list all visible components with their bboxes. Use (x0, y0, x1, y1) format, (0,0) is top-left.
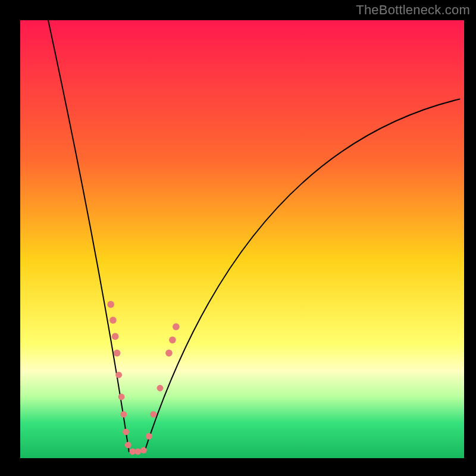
data-dot (112, 333, 119, 340)
data-dot (118, 394, 125, 400)
bottleneck-chart (0, 0, 476, 476)
data-dot (114, 350, 121, 357)
data-dot (150, 411, 156, 418)
data-dot (169, 336, 176, 343)
data-dot (125, 441, 131, 448)
data-dot (140, 447, 147, 453)
watermark-text: TheBottleneck.com (356, 2, 470, 18)
data-dot (107, 301, 114, 308)
data-dot (109, 317, 117, 324)
plot-background (20, 20, 464, 458)
data-dot (120, 411, 127, 418)
data-dot (165, 350, 173, 357)
data-dot (173, 323, 180, 330)
data-dot (123, 428, 129, 435)
data-dot (157, 385, 164, 392)
data-dot (115, 372, 122, 378)
chart-frame: TheBottleneck.com (0, 0, 476, 476)
data-dot (134, 449, 141, 455)
data-dot (146, 433, 152, 440)
